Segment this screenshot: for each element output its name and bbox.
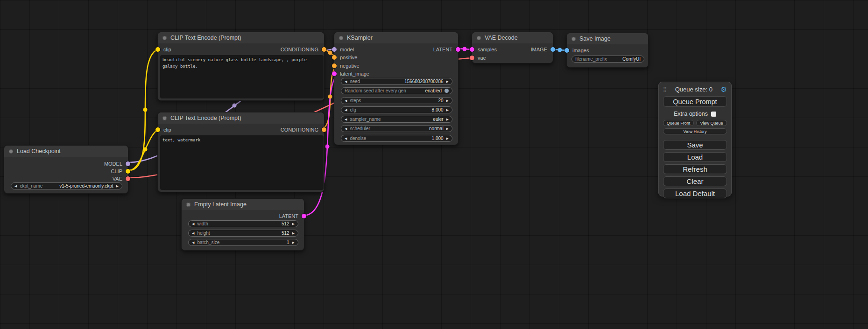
prompt-textarea[interactable]: text, watermark [160, 135, 324, 190]
input-dot-latent-image-icon[interactable] [332, 71, 337, 76]
output-slot-image[interactable]: IMAGE [531, 47, 555, 52]
output-dot-model-icon[interactable] [126, 161, 130, 166]
input-slot-clip[interactable]: clip [155, 47, 171, 52]
node-title-bar[interactable]: Save Image [567, 33, 648, 44]
node-title-bar[interactable]: CLIP Text Encode (Prompt) [158, 112, 324, 124]
arrow-right-icon[interactable]: ▶ [292, 231, 295, 235]
node-ksampler[interactable]: KSampler model LATENT positive negative … [334, 32, 459, 145]
input-slot-positive[interactable]: positive [332, 55, 357, 60]
drag-handle-icon[interactable]: ⣿ [663, 87, 667, 92]
input-dot-model-icon[interactable] [332, 47, 337, 52]
output-slot-model[interactable]: MODEL [104, 161, 130, 167]
clear-button[interactable]: Clear [663, 176, 727, 186]
arrow-left-icon[interactable]: ◀ [192, 231, 194, 235]
arrow-right-icon[interactable]: ▶ [446, 80, 449, 83]
output-slot-clip[interactable]: CLIP [111, 168, 130, 174]
arrow-left-icon[interactable]: ◀ [192, 241, 194, 244]
widget-height[interactable]: ◀ height 512 ▶ [188, 230, 298, 237]
toggle-dot-icon[interactable] [445, 89, 449, 93]
output-dot-latent-icon[interactable] [302, 214, 306, 218]
widget-seed[interactable]: ◀ seed 156680208700286 ▶ [341, 78, 452, 85]
input-slot-images[interactable]: images [565, 48, 589, 53]
output-slot-latent[interactable]: LATENT [279, 213, 306, 219]
node-empty-latent-image[interactable]: Empty Latent Image LATENT ◀ width 512 ▶ … [181, 198, 304, 251]
arrow-left-icon[interactable]: ◀ [345, 80, 347, 83]
settings-gear-icon[interactable]: ⚙ [721, 86, 727, 93]
node-title-bar[interactable]: Load Checkpoint [4, 146, 128, 157]
input-slot-clip[interactable]: clip [155, 127, 171, 133]
collapse-dot-icon[interactable] [162, 36, 167, 40]
widget-denoise[interactable]: ◀ denoise 1.000 ▶ [341, 135, 452, 142]
node-title-bar[interactable]: VAE Decode [472, 32, 553, 43]
arrow-right-icon[interactable]: ▶ [292, 241, 295, 244]
widget-width[interactable]: ◀ width 512 ▶ [188, 220, 298, 227]
refresh-button[interactable]: Refresh [663, 164, 727, 174]
node-vae-decode[interactable]: VAE Decode samples IMAGE vae [472, 32, 553, 63]
arrow-left-icon[interactable]: ◀ [192, 222, 194, 225]
widget-steps[interactable]: ◀ steps 20 ▶ [341, 97, 452, 104]
queue-menu-panel[interactable]: ⣿ Queue size: 0 ⚙ Queue Prompt Extra opt… [658, 82, 732, 196]
input-dot-positive-icon[interactable] [332, 55, 337, 60]
input-dot-images-icon[interactable] [565, 48, 569, 53]
collapse-dot-icon[interactable] [9, 149, 13, 154]
arrow-left-icon[interactable]: ◀ [345, 127, 347, 130]
node-load-checkpoint[interactable]: Load Checkpoint MODEL CLIP VAE ◀ ckpt_na… [4, 145, 128, 194]
arrow-right-icon[interactable]: ▶ [292, 222, 295, 225]
arrow-right-icon[interactable]: ▶ [446, 108, 449, 112]
node-clip-text-encode-positive[interactable]: CLIP Text Encode (Prompt) clip CONDITION… [157, 32, 325, 101]
save-button[interactable]: Save [663, 140, 727, 150]
widget-filename-prefix[interactable]: filename_prefix ComfyUI [572, 56, 644, 63]
output-slot-conditioning[interactable]: CONDITIONING [281, 127, 326, 133]
output-dot-image-icon[interactable] [550, 47, 555, 52]
input-dot-samples-icon[interactable] [470, 47, 474, 52]
arrow-right-icon[interactable]: ▶ [446, 127, 449, 130]
output-slot-conditioning[interactable]: CONDITIONING [281, 47, 326, 52]
widget-ckpt-name[interactable]: ◀ ckpt_name v1-5-pruned-emaonly.ckpt ▶ [11, 182, 122, 189]
arrow-left-icon[interactable]: ◀ [345, 108, 347, 112]
input-slot-vae[interactable]: vae [470, 55, 486, 61]
input-dot-vae-icon[interactable] [470, 56, 474, 60]
arrow-right-icon[interactable]: ▶ [446, 99, 449, 102]
queue-prompt-button[interactable]: Queue Prompt [663, 96, 727, 107]
collapse-dot-icon[interactable] [477, 36, 481, 40]
arrow-left-icon[interactable]: ◀ [345, 99, 347, 102]
widget-random-seed-toggle[interactable]: Random seed after every gen enabled [341, 87, 452, 94]
output-dot-conditioning-icon[interactable] [322, 47, 326, 52]
collapse-dot-icon[interactable] [162, 116, 167, 120]
queue-front-button[interactable]: Queue Front [663, 120, 694, 126]
output-dot-clip-icon[interactable] [126, 169, 130, 174]
input-slot-latent-image[interactable]: latent_image [332, 71, 369, 77]
arrow-left-icon[interactable]: ◀ [345, 137, 347, 140]
load-default-button[interactable]: Load Default [663, 189, 727, 198]
widget-cfg[interactable]: ◀ cfg 8.000 ▶ [341, 106, 452, 113]
input-slot-samples[interactable]: samples [470, 47, 497, 52]
arrow-right-icon[interactable]: ▶ [116, 184, 119, 188]
extra-options-checkbox[interactable] [711, 112, 716, 117]
prompt-textarea[interactable]: beautiful scenery nature glass bottle la… [160, 55, 324, 98]
load-button[interactable]: Load [663, 152, 727, 162]
view-queue-button[interactable]: View Queue [696, 120, 727, 126]
node-title-bar[interactable]: CLIP Text Encode (Prompt) [158, 32, 324, 43]
output-slot-latent[interactable]: LATENT [433, 47, 460, 52]
arrow-left-icon[interactable]: ◀ [14, 184, 17, 188]
widget-sampler-name[interactable]: ◀ sampler_name euler ▶ [341, 116, 452, 123]
node-title-bar[interactable]: KSampler [334, 32, 458, 43]
node-save-image[interactable]: Save Image images filename_prefix ComfyU… [566, 33, 649, 68]
input-slot-model[interactable]: model [332, 47, 354, 52]
collapse-dot-icon[interactable] [572, 37, 576, 41]
arrow-left-icon[interactable]: ◀ [345, 118, 347, 121]
output-dot-vae-icon[interactable] [126, 176, 130, 181]
input-dot-negative-icon[interactable] [332, 63, 337, 68]
input-dot-clip-icon[interactable] [155, 127, 160, 132]
collapse-dot-icon[interactable] [186, 203, 191, 207]
comfyui-canvas[interactable]: { "link_colors": { "model": "#B39DDB", "… [0, 0, 868, 329]
view-history-button[interactable]: View History [663, 128, 727, 134]
node-title-bar[interactable]: Empty Latent Image [182, 199, 304, 210]
output-dot-latent-icon[interactable] [456, 47, 460, 52]
collapse-dot-icon[interactable] [339, 36, 343, 40]
input-slot-negative[interactable]: negative [332, 63, 360, 69]
node-clip-text-encode-negative[interactable]: CLIP Text Encode (Prompt) clip CONDITION… [157, 112, 325, 192]
widget-scheduler[interactable]: ◀ scheduler normal ▶ [341, 125, 452, 132]
widget-batch-size[interactable]: ◀ batch_size 1 ▶ [188, 239, 298, 246]
arrow-right-icon[interactable]: ▶ [446, 118, 449, 121]
